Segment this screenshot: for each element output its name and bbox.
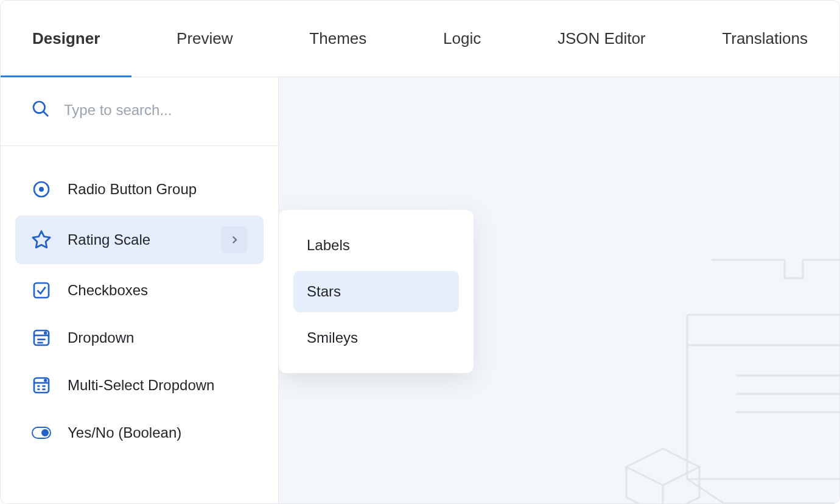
submenu-expand-button[interactable] xyxy=(221,226,248,253)
toolbox-item-label: Checkboxes xyxy=(68,282,148,299)
svg-point-3 xyxy=(40,187,43,191)
radio-icon xyxy=(31,179,52,200)
tab-designer[interactable]: Designer xyxy=(30,1,102,77)
toolbox-item-boolean[interactable]: Yes/No (Boolean) xyxy=(15,411,264,454)
svg-marker-4 xyxy=(33,231,50,248)
tab-json-editor[interactable]: JSON Editor xyxy=(555,1,648,77)
toolbox-item-checkboxes[interactable]: Checkboxes xyxy=(15,269,264,312)
submenu-item-label: Smileys xyxy=(307,329,358,346)
svg-point-19 xyxy=(42,430,48,436)
toolbox-item-label: Yes/No (Boolean) xyxy=(68,424,181,441)
toolbox-item-rating-scale[interactable]: Rating Scale xyxy=(15,215,264,264)
submenu-item-stars[interactable]: Stars xyxy=(293,271,459,312)
top-tabs: Designer Preview Themes Logic JSON Edito… xyxy=(1,1,839,77)
background-illustration xyxy=(590,236,839,503)
toolbox-item-label: Dropdown xyxy=(68,329,134,346)
svg-point-8 xyxy=(44,332,46,334)
sidebar: Radio Button Group Rating Scale xyxy=(1,77,279,503)
chevron-right-icon xyxy=(229,234,240,245)
tab-label: JSON Editor xyxy=(558,29,646,48)
checkbox-icon xyxy=(31,280,52,301)
rating-scale-submenu: Labels Stars Smileys xyxy=(279,210,474,373)
toolbox-item-label: Rating Scale xyxy=(68,231,150,248)
tab-label: Designer xyxy=(32,29,100,48)
search-box xyxy=(1,77,278,146)
svg-point-0 xyxy=(33,102,45,113)
tab-preview[interactable]: Preview xyxy=(174,1,235,77)
tab-themes[interactable]: Themes xyxy=(307,1,369,77)
submenu-item-label: Labels xyxy=(307,237,350,253)
toolbox-item-label: Multi-Select Dropdown xyxy=(68,377,214,394)
submenu-item-labels[interactable]: Labels xyxy=(293,225,459,266)
search-icon xyxy=(31,99,51,121)
tab-label: Translations xyxy=(722,29,808,48)
tab-label: Logic xyxy=(443,29,481,48)
toolbox-item-dropdown[interactable]: Dropdown xyxy=(15,317,264,359)
star-icon xyxy=(31,229,52,250)
design-canvas: Labels Stars Smileys xyxy=(279,77,839,503)
svg-rect-5 xyxy=(34,283,49,298)
svg-point-13 xyxy=(44,380,46,382)
main-area: Radio Button Group Rating Scale xyxy=(1,77,839,503)
toolbox-item-label: Radio Button Group xyxy=(68,181,197,198)
svg-line-1 xyxy=(43,111,48,116)
tab-translations[interactable]: Translations xyxy=(719,1,810,77)
toolbox-item-multi-select-dropdown[interactable]: Multi-Select Dropdown xyxy=(15,364,264,407)
multi-dropdown-icon xyxy=(31,375,52,396)
toolbox: Radio Button Group Rating Scale xyxy=(1,146,278,454)
toolbox-item-radio-button-group[interactable]: Radio Button Group xyxy=(15,168,264,211)
submenu-item-smileys[interactable]: Smileys xyxy=(293,317,459,359)
submenu-item-label: Stars xyxy=(307,283,341,299)
toggle-icon xyxy=(31,422,52,443)
tab-label: Preview xyxy=(177,29,233,48)
dropdown-icon xyxy=(31,327,52,348)
tab-label: Themes xyxy=(309,29,366,48)
search-input[interactable] xyxy=(64,102,249,119)
tab-logic[interactable]: Logic xyxy=(441,1,483,77)
